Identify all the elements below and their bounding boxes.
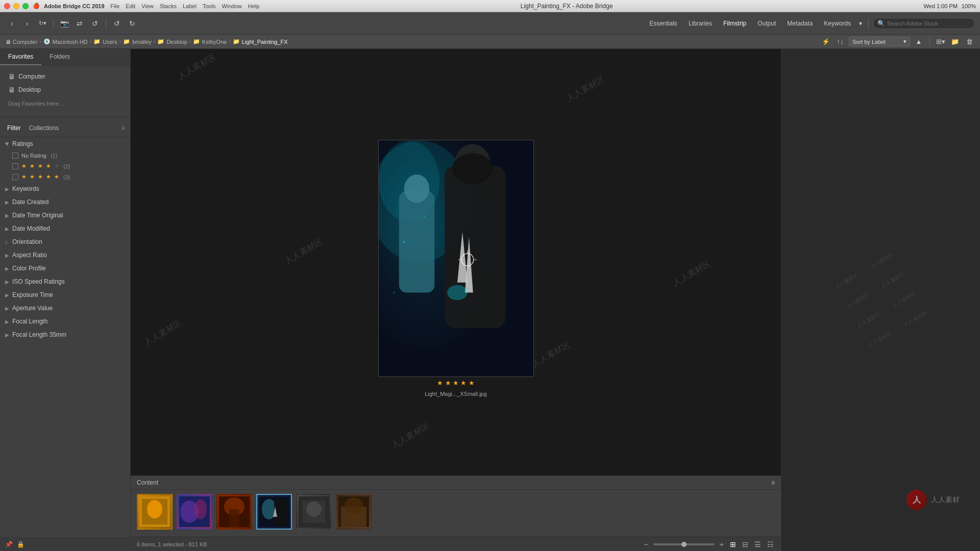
breadcrumb-bmalley[interactable]: bmalley (132, 39, 152, 45)
fav-desktop[interactable]: 🖥 Desktop (0, 83, 130, 96)
preview-star-3: ★ (453, 379, 459, 387)
fav-desktop-label: Desktop (18, 86, 41, 93)
filter-menu-icon[interactable]: ≡ (121, 124, 125, 132)
sort-dropdown[interactable]: Sort by Label ▾ (849, 37, 910, 46)
svg-point-9 (452, 153, 493, 184)
search-bar[interactable]: 🔍 (873, 18, 975, 29)
filter-rating-none[interactable]: No Rating (1) (0, 151, 130, 161)
datecreated-label: Date Created (12, 198, 48, 206)
filter-group-datemodified-header[interactable]: ▶ Date Modified (0, 222, 130, 235)
rating-none-checkbox[interactable] (12, 153, 18, 159)
datetimeoriginal-label: Date Time Original (12, 212, 63, 219)
app-name[interactable]: Adobe Bridge CC 2019 (44, 3, 105, 9)
filter-tab[interactable]: Filter (5, 123, 23, 133)
filter-group-colorprofile-header[interactable]: ▶ Color Profile (0, 262, 130, 275)
menu-window[interactable]: Window (222, 3, 242, 9)
view-detail-icon[interactable]: ☰ (753, 539, 762, 549)
minimize-button[interactable] (13, 3, 19, 9)
menu-label[interactable]: Label (183, 3, 197, 9)
forward-button[interactable]: › (20, 17, 34, 30)
filter-group-keywords-header[interactable]: ▶ Keywords (0, 182, 130, 195)
collections-tab[interactable]: Collections (27, 123, 61, 133)
sort-ascending-icon[interactable]: ↑↓ (835, 36, 846, 47)
back-button[interactable]: ‹ (5, 17, 18, 30)
content-menu-icon[interactable]: ≡ (771, 479, 775, 486)
breadcrumb-kelbyone[interactable]: KelbyOne (202, 39, 227, 45)
new-folder-icon[interactable]: 📁 (949, 36, 961, 47)
rating-4-checkbox[interactable] (12, 163, 18, 169)
view-grid-small-icon[interactable]: ⊟ (741, 539, 749, 549)
breadcrumb-lightpainting[interactable]: Light_Painting_FX (242, 39, 288, 45)
filter-rating-5[interactable]: ★ ★ ★ ★ ★ (3) (0, 171, 130, 182)
thumbnail-5[interactable] (296, 494, 332, 530)
filter-rating-4[interactable]: ★ ★ ★ ★ ★ (2) (0, 161, 130, 171)
menu-tools[interactable]: Tools (203, 3, 216, 9)
rating-5-checkbox[interactable] (12, 174, 18, 180)
filter-group-isospeed-header[interactable]: ▶ ISO Speed Ratings (0, 275, 130, 288)
tab-filmstrip[interactable]: Filmstrip (718, 18, 751, 29)
zoom-minus-icon[interactable]: − (643, 539, 649, 549)
tab-libraries[interactable]: Libraries (683, 18, 717, 29)
zoom-slider[interactable] (653, 543, 715, 545)
menu-view[interactable]: View (141, 3, 154, 9)
filter-group-focallength-header[interactable]: ▶ Focal Length (0, 315, 130, 328)
breadcrumb-kelbyone-label: KelbyOne (202, 39, 227, 45)
thumbnail-4[interactable] (256, 494, 292, 530)
tab-favorites[interactable]: Favorites (0, 49, 41, 65)
menu-file[interactable]: File (111, 3, 120, 9)
tab-keywords[interactable]: Keywords (819, 18, 856, 29)
breadcrumb-bar: 🖥 Computer › 💿 Macintosh HD › 📁 Users › … (0, 35, 980, 49)
breadcrumb-computer[interactable]: Computer (13, 39, 37, 45)
menu-help[interactable]: Help (248, 3, 260, 9)
delete-icon[interactable]: 🗑 (964, 36, 975, 47)
view-options-icon[interactable]: ⊞▾ (935, 36, 946, 47)
thumbnail-3[interactable] (216, 494, 252, 530)
filter-group-ratings-header[interactable]: ▶ Ratings (0, 137, 130, 151)
search-input[interactable] (887, 20, 969, 27)
thumbnail-1[interactable] (137, 494, 173, 530)
sort-direction-icon[interactable]: ▲ (913, 36, 924, 47)
filter-group-focallength35-header[interactable]: ▶ Focal Length 35mm (0, 328, 130, 341)
pin-icon[interactable]: 📌 (5, 541, 13, 548)
rotate-right-button[interactable]: ↻ (126, 17, 139, 30)
breadcrumb-users[interactable]: Users (103, 39, 117, 45)
menu-stacks[interactable]: Stacks (160, 3, 177, 9)
breadcrumb-macintosh[interactable]: Macintosh HD (53, 39, 88, 45)
camera-button[interactable]: 📷 (58, 17, 71, 30)
rotate-left-button[interactable]: ↺ (110, 17, 124, 30)
filter-icon[interactable]: ⚡ (820, 36, 831, 47)
lock-icon[interactable]: 🔒 (17, 541, 24, 548)
apple-icon[interactable]: 🍎 (33, 3, 40, 9)
close-button[interactable] (4, 3, 10, 9)
switch-button[interactable]: ⇄ (73, 17, 86, 30)
svg-point-20 (423, 216, 425, 217)
menu-edit[interactable]: Edit (126, 3, 135, 9)
thumbnail-6[interactable] (336, 494, 372, 530)
breadcrumb-desktop[interactable]: Desktop (166, 39, 187, 45)
refresh-button[interactable]: ↺ (88, 17, 102, 30)
filter-group-orientation-header[interactable]: ▶ Orientation (0, 235, 130, 248)
zoom-plus-icon[interactable]: + (719, 539, 725, 549)
fav-computer[interactable]: 🖥 Computer (0, 70, 130, 83)
view-grid-large-icon[interactable]: ⊞ (729, 539, 737, 549)
maximize-button[interactable] (22, 3, 29, 9)
view-list-icon[interactable]: ☷ (766, 539, 775, 549)
thumbnail-2[interactable] (177, 494, 212, 530)
filter-group-aperture-header[interactable]: ▶ Aperture Value (0, 302, 130, 315)
tab-folders[interactable]: Folders (41, 49, 78, 65)
breadcrumb-users-icon: 📁 (93, 38, 101, 45)
tab-essentials[interactable]: Essentials (644, 18, 682, 29)
isospeed-arrow-icon: ▶ (5, 279, 9, 285)
colorprofile-arrow-icon: ▶ (5, 266, 9, 271)
filter-group-datetimeoriginal: ▶ Date Time Original (0, 209, 130, 222)
tab-output[interactable]: Output (752, 18, 781, 29)
recent-folders-button[interactable]: ↻▾ (36, 17, 49, 30)
filter-group-datecreated-header[interactable]: ▶ Date Created (0, 195, 130, 209)
window-controls[interactable] (4, 3, 29, 9)
filter-group-aspectratio-header[interactable]: ▶ Aspect Ratio (0, 248, 130, 262)
filter-group-datetimeoriginal-header[interactable]: ▶ Date Time Original (0, 209, 130, 222)
workspace-more-button[interactable]: ▾ (857, 18, 864, 29)
tab-metadata[interactable]: Metadata (782, 18, 818, 29)
filter-group-exposuretime-header[interactable]: ▶ Exposure Time (0, 288, 130, 302)
title-bar: 🍎 Adobe Bridge CC 2019 File Edit View St… (0, 0, 980, 12)
